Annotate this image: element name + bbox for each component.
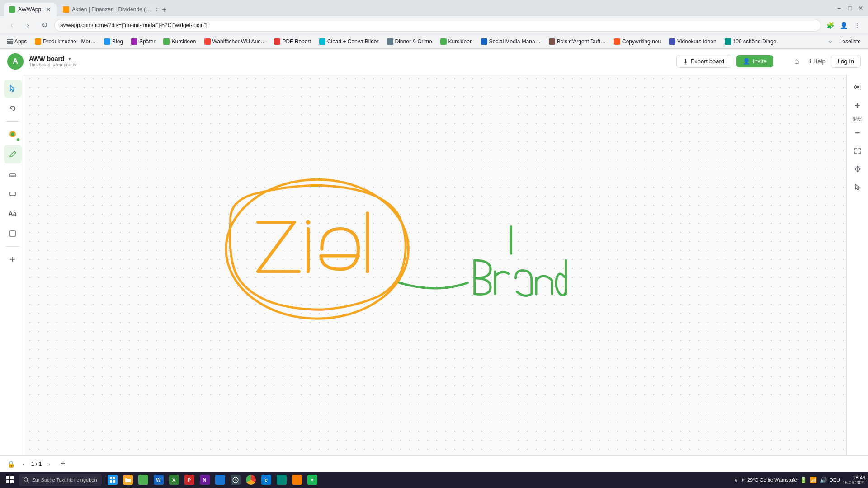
taskbar-search[interactable]: Zur Suche Text hier eingeben: [19, 474, 102, 486]
bookmark-produktsuche[interactable]: Produktsuche - Mer…: [31, 38, 99, 46]
bookmark-wahlfaecher[interactable]: Wahlfächer WU Aus…: [201, 38, 270, 46]
taskbar-app-spotify[interactable]: [305, 473, 320, 487]
new-tab-button[interactable]: +: [158, 4, 170, 16]
taskbar-app-taskview[interactable]: [105, 473, 120, 487]
visibility-toggle-button[interactable]: 👁: [849, 80, 866, 96]
svg-rect-10: [10, 480, 14, 483]
svg-rect-14: [110, 480, 112, 483]
bookmark-social[interactable]: Social Media Mana…: [477, 38, 544, 46]
help-button[interactable]: ℹ Help: [809, 58, 826, 65]
tool-text[interactable]: Aa: [4, 205, 22, 223]
taskbar-app-13[interactable]: [290, 473, 304, 487]
bookmark-label-bois: Bois d'Argent Duft…: [557, 38, 606, 45]
back-button[interactable]: ‹: [5, 19, 18, 32]
taskbar-app-clock[interactable]: [228, 473, 243, 487]
invite-button[interactable]: 👤 Invite: [736, 55, 773, 67]
board-dropdown-arrow[interactable]: ▾: [68, 56, 71, 62]
browser-actions: − □ ✕: [835, 5, 864, 12]
board-subtitle: This board is temporary: [29, 62, 76, 67]
settings-icon[interactable]: ⋮: [852, 20, 863, 31]
taskbar-app-3[interactable]: [136, 473, 151, 487]
canvas-area[interactable]: [25, 74, 846, 455]
tab-favicon-aktien: [63, 6, 69, 13]
profile-icon[interactable]: 👤: [838, 20, 849, 31]
tool-select[interactable]: [4, 80, 22, 98]
tab-title-awwapp: AWWApp: [18, 6, 41, 13]
help-label: Help: [813, 58, 826, 65]
pointer-mode-button[interactable]: [849, 179, 866, 195]
export-board-button[interactable]: ⬇ Export board: [676, 55, 731, 68]
bookmark-icon-kursideen1: [163, 38, 170, 45]
bookmark-label-dinner: Dinner & Crime: [395, 38, 432, 45]
bookmark-pdf[interactable]: PDF Report: [270, 38, 314, 46]
svg-rect-9: [6, 480, 9, 483]
bookmark-100dinge[interactable]: 100 schöne Dinge: [721, 38, 780, 46]
bookmark-kursideen2[interactable]: Kursideen: [437, 38, 476, 46]
bookmark-blog[interactable]: Blog: [100, 38, 127, 46]
move-tool-button[interactable]: [849, 161, 866, 177]
bookmark-cload[interactable]: Cload + Canva Bilder: [316, 38, 382, 46]
tab-close-aktien[interactable]: ✕: [156, 6, 157, 13]
network-icon[interactable]: 📶: [810, 477, 817, 483]
taskbar-clock[interactable]: 18:46 16.06.2021: [843, 475, 865, 485]
tab-awwapp[interactable]: AWWApp ✕: [4, 3, 57, 16]
bookmark-apps[interactable]: Apps: [4, 38, 30, 46]
start-button[interactable]: [3, 474, 17, 486]
bookmark-copywriting[interactable]: Copywriting neu: [610, 38, 665, 46]
volume-icon[interactable]: 🔊: [820, 477, 827, 483]
zoom-in-button[interactable]: +: [849, 98, 866, 114]
tool-add[interactable]: +: [4, 250, 22, 268]
home-icon-btn[interactable]: ⌂: [789, 54, 804, 69]
bookmark-label-kursideen2: Kursideen: [448, 38, 473, 45]
bookmark-dinner[interactable]: Dinner & Crime: [383, 38, 436, 46]
prev-page-button[interactable]: ‹: [19, 459, 28, 469]
taskbar-app-edge[interactable]: e: [259, 473, 274, 487]
browser-tabs: AWWApp ✕ Aktien | Finanzen | Dividende (…: [4, 0, 834, 16]
bookmarks-bar: Apps Produktsuche - Mer… Blog Später Kur…: [0, 34, 868, 49]
taskbar-app-messenger[interactable]: [213, 473, 227, 487]
refresh-button[interactable]: ↻: [38, 19, 51, 32]
bookmark-bois[interactable]: Bois d'Argent Duft…: [545, 38, 609, 46]
leseliste[interactable]: Leseliste: [836, 38, 864, 46]
taskbar-app-chrome[interactable]: [244, 473, 258, 487]
excel-icon: X: [169, 475, 179, 485]
url-input[interactable]: awwapp.com/home/?dis=["no-init-modal"]%2…: [54, 19, 821, 32]
bookmarks-more[interactable]: »: [826, 38, 835, 46]
forward-button[interactable]: ›: [22, 19, 34, 32]
tool-pen[interactable]: [4, 145, 22, 163]
language-indicator: DEU: [830, 477, 840, 483]
extensions-icon[interactable]: 🧩: [825, 20, 835, 31]
taskbar-app-excel[interactable]: X: [167, 473, 181, 487]
next-page-button[interactable]: ›: [44, 459, 54, 469]
taskbar-app-word[interactable]: W: [151, 473, 166, 487]
bookmark-spaeter[interactable]: Später: [127, 38, 159, 46]
fit-screen-button[interactable]: [849, 143, 866, 159]
tool-sticky[interactable]: [4, 225, 22, 243]
address-icons: 🧩 👤 ⋮: [825, 20, 863, 31]
bookmark-videokurs[interactable]: Videokurs Ideen: [665, 38, 720, 46]
taskbar-app-explorer[interactable]: [121, 473, 135, 487]
systray-up-arrow[interactable]: ∧: [734, 477, 738, 483]
bookmark-icon-cload: [319, 38, 326, 45]
bookmark-icon-wahlfaecher: [204, 38, 211, 45]
zoom-out-button[interactable]: −: [849, 125, 866, 141]
bookmark-label-produktsuche: Produktsuche - Mer…: [43, 38, 96, 45]
add-page-button[interactable]: +: [58, 459, 68, 469]
battery-icon[interactable]: 🔋: [800, 477, 807, 483]
tab-aktien[interactable]: Aktien | Finanzen | Dividende (… ✕: [57, 3, 157, 16]
tool-undo[interactable]: [4, 99, 22, 117]
login-button[interactable]: Log In: [831, 55, 861, 68]
close-button[interactable]: ✕: [857, 5, 864, 12]
tool-eraser[interactable]: [4, 165, 22, 183]
taskbar-app-12[interactable]: [274, 473, 289, 487]
taskbar-app-onenote[interactable]: N: [198, 473, 212, 487]
apps-label: Apps: [14, 38, 27, 45]
taskbar-app-powerpoint[interactable]: P: [182, 473, 197, 487]
tab-close-awwapp[interactable]: ✕: [46, 6, 51, 13]
bookmark-icon-dinner: [387, 38, 393, 45]
bookmark-kursideen1[interactable]: Kursideen: [160, 38, 199, 46]
tool-color[interactable]: [4, 125, 22, 143]
tool-shape[interactable]: [4, 185, 22, 203]
minimize-button[interactable]: −: [835, 5, 843, 12]
maximize-button[interactable]: □: [846, 5, 854, 12]
